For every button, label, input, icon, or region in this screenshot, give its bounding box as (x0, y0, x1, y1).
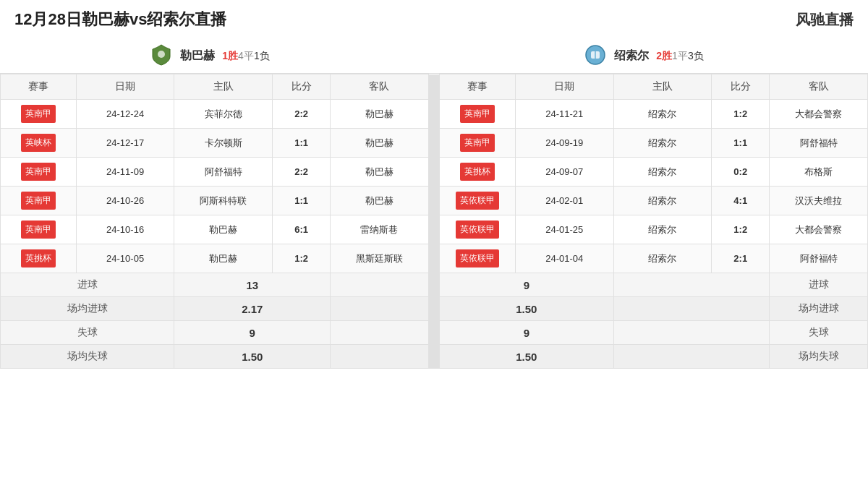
right-away-cell: 大都会警察 (770, 100, 868, 129)
right-team-logo (584, 43, 607, 69)
left-match-type-badge: 英南甲 (21, 105, 56, 123)
stats-label-right: 失球 (770, 321, 868, 345)
right-match-type-badge: 英南甲 (460, 134, 495, 152)
right-score-cell: 1:2 (712, 215, 770, 244)
table-row: 英南甲 24-10-26 阿斯科特联 1:1 勒巴赫 英依联甲 24-02-01… (1, 187, 868, 215)
right-team-name: 绍索尔 (614, 48, 649, 64)
right-team-block: 绍索尔 2胜1平3负 (420, 43, 868, 69)
stats-label-left: 失球 (1, 321, 174, 345)
left-home-cell: 宾菲尔德 (174, 100, 273, 129)
col-header-right-score: 比分 (712, 74, 770, 100)
col-header-left-away: 客队 (331, 74, 429, 100)
stats-val-mid: 1.50 (440, 345, 613, 369)
left-home-cell: 勒巴赫 (174, 215, 273, 244)
stats-val-left: 2.17 (174, 297, 331, 321)
left-score-cell: 2:2 (273, 100, 331, 129)
left-home-cell: 卡尔顿斯 (174, 129, 273, 158)
table-row: 英南甲 24-11-09 阿舒福特 2:2 勒巴赫 英挑杯 24-09-07 绍… (1, 158, 868, 187)
right-away-cell: 阿舒福特 (770, 129, 868, 158)
right-home-cell: 绍索尔 (613, 129, 712, 158)
left-score-cell: 1:1 (273, 187, 331, 215)
stats-val-left: 1.50 (174, 345, 331, 369)
col-header-right-away: 客队 (770, 74, 868, 100)
stats-row: 场均失球 1.50 1.50 场均失球 (1, 345, 868, 369)
right-match-type-badge: 英依联甲 (456, 192, 499, 210)
left-match-type-cell: 英挑杯 (1, 244, 77, 273)
right-away-cell: 汉沃夫维拉 (770, 187, 868, 215)
stats-label-left: 场均进球 (1, 297, 174, 321)
right-match-type-badge: 英南甲 (460, 105, 495, 123)
right-away-cell: 布格斯 (770, 158, 868, 187)
divider-cell (428, 158, 439, 187)
stats-label-left: 场均失球 (1, 345, 174, 369)
left-match-type-cell: 英南甲 (1, 215, 77, 244)
left-match-type-cell: 英南甲 (1, 100, 77, 129)
table-row: 英南甲 24-12-24 宾菲尔德 2:2 勒巴赫 英南甲 24-11-21 绍… (1, 100, 868, 129)
left-away-cell: 黑斯廷斯联 (331, 244, 429, 273)
col-header-left-home: 主队 (174, 74, 273, 100)
right-home-cell: 绍索尔 (613, 100, 712, 129)
stats-label-right: 场均失球 (770, 345, 868, 369)
stats-val-left: 13 (174, 273, 331, 297)
stats-val-mid: 1.50 (440, 297, 613, 321)
brand-name: 风驰直播 (796, 10, 854, 30)
left-away-cell: 勒巴赫 (331, 129, 429, 158)
left-date-cell: 24-10-26 (76, 187, 174, 215)
left-away-cell: 雷纳斯巷 (331, 215, 429, 244)
left-score-cell: 1:1 (273, 129, 331, 158)
left-home-cell: 阿舒福特 (174, 158, 273, 187)
main-table: 赛事 日期 主队 比分 客队 赛事 日期 主队 比分 客队 英南甲 24-12-… (0, 74, 868, 369)
left-match-type-cell: 英峡杯 (1, 129, 77, 158)
right-score-cell: 1:1 (712, 129, 770, 158)
right-date-cell: 24-11-21 (515, 100, 613, 129)
col-header-right-home: 主队 (613, 74, 712, 100)
col-header-right-date: 日期 (515, 74, 613, 100)
right-home-cell: 绍索尔 (613, 215, 712, 244)
left-match-type-badge: 英峡杯 (21, 134, 56, 152)
left-score-cell: 6:1 (273, 215, 331, 244)
right-home-cell: 绍索尔 (613, 244, 712, 273)
left-score-cell: 2:2 (273, 158, 331, 187)
left-team-block: 勒巴赫 1胜4平1负 (0, 43, 420, 69)
left-date-cell: 24-12-17 (76, 129, 174, 158)
left-date-cell: 24-10-05 (76, 244, 174, 273)
right-match-type-badge: 英挑杯 (460, 163, 495, 181)
right-date-cell: 24-01-04 (515, 244, 613, 273)
left-away-cell: 勒巴赫 (331, 187, 429, 215)
right-date-cell: 24-09-19 (515, 129, 613, 158)
right-score-cell: 4:1 (712, 187, 770, 215)
table-header-row: 赛事 日期 主队 比分 客队 赛事 日期 主队 比分 客队 (1, 74, 868, 100)
left-team-logo (150, 43, 173, 69)
team-header-row: 勒巴赫 1胜4平1负 绍索尔 2胜1平3负 (0, 39, 868, 74)
right-match-type-cell: 英依联甲 (440, 244, 516, 273)
page-title: 12月28日勒巴赫vs绍索尔直播 (14, 9, 226, 30)
right-away-cell: 阿舒福特 (770, 244, 868, 273)
left-match-type-badge: 英南甲 (21, 192, 56, 210)
left-match-type-badge: 英南甲 (21, 163, 56, 181)
left-match-type-badge: 英南甲 (21, 221, 56, 239)
right-team-record: 2胜1平3负 (656, 50, 703, 63)
table-row: 英峡杯 24-12-17 卡尔顿斯 1:1 勒巴赫 英南甲 24-09-19 绍… (1, 129, 868, 158)
right-match-type-cell: 英依联甲 (440, 215, 516, 244)
stats-label-right: 进球 (770, 273, 868, 297)
table-row: 英南甲 24-10-16 勒巴赫 6:1 雷纳斯巷 英依联甲 24-01-25 … (1, 215, 868, 244)
right-match-type-cell: 英挑杯 (440, 158, 516, 187)
left-home-cell: 阿斯科特联 (174, 187, 273, 215)
right-date-cell: 24-01-25 (515, 215, 613, 244)
left-team-name: 勒巴赫 (180, 48, 215, 64)
right-match-type-cell: 英南甲 (440, 100, 516, 129)
right-date-cell: 24-09-07 (515, 158, 613, 187)
stats-val-left: 9 (174, 321, 331, 345)
stats-val-mid: 9 (440, 273, 613, 297)
stats-row: 进球 13 9 进球 (1, 273, 868, 297)
divider-cell (428, 244, 439, 273)
right-match-type-badge: 英依联甲 (456, 221, 499, 239)
right-home-cell: 绍索尔 (613, 158, 712, 187)
left-match-type-cell: 英南甲 (1, 187, 77, 215)
right-score-cell: 2:1 (712, 244, 770, 273)
left-away-cell: 勒巴赫 (331, 100, 429, 129)
stats-row: 失球 9 9 失球 (1, 321, 868, 345)
right-match-type-cell: 英南甲 (440, 129, 516, 158)
left-team-record: 1胜4平1负 (222, 50, 269, 63)
col-header-left-date: 日期 (76, 74, 174, 100)
